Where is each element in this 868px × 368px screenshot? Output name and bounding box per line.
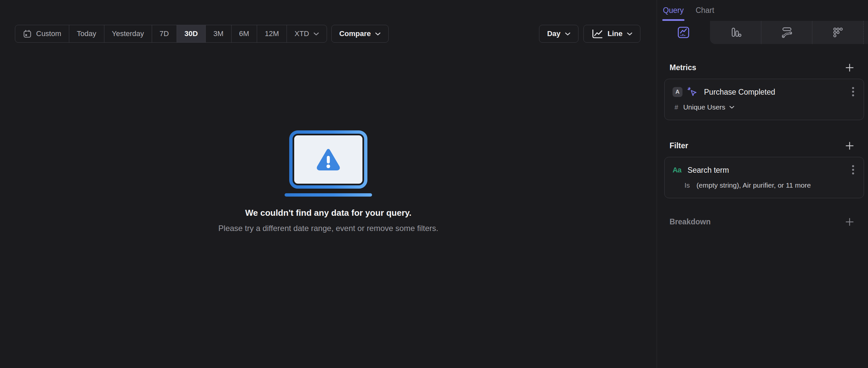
date-range-30d[interactable]: 30D <box>177 25 206 42</box>
chart-type-tab-metric[interactable] <box>812 21 863 44</box>
date-range-6m[interactable]: 6M <box>231 25 257 42</box>
cursor-click-icon <box>687 87 698 98</box>
chevron-down-icon <box>375 32 381 36</box>
date-range-today[interactable]: Today <box>69 25 104 42</box>
granularity-dropdown[interactable]: Day <box>539 25 578 43</box>
date-range-segmented-control: Custom Today Yesterday 7D 30D 3M 6M 12M … <box>15 25 327 43</box>
no-data-laptop-icon <box>285 130 372 198</box>
tab-chart[interactable]: Chart <box>696 0 714 21</box>
filter-heading: Filter <box>670 141 688 150</box>
display-controls: Day Line <box>539 25 641 43</box>
date-range-xtd[interactable]: XTD <box>286 25 327 42</box>
chevron-down-icon <box>313 32 319 36</box>
chart-type-tab-insights[interactable] <box>657 21 710 44</box>
filter-values[interactable]: (empty string), Air purifier, or 11 more <box>696 181 811 189</box>
metric-event-name[interactable]: Purchase Completed <box>704 88 775 97</box>
breakdown-heading: Breakdown <box>670 218 711 226</box>
no-data-empty-state: We couldn't find any data for your query… <box>0 130 657 233</box>
insights-line-chart-icon <box>677 26 690 39</box>
metric-aggregation-row: # Unique Users <box>673 103 855 111</box>
date-range-12m[interactable]: 12M <box>257 25 286 42</box>
chevron-down-icon <box>729 106 735 109</box>
filter-operator[interactable]: Is <box>684 181 690 189</box>
add-filter-button[interactable] <box>845 141 854 150</box>
chevron-down-icon <box>627 32 632 36</box>
empty-state-title: We couldn't find any data for your query… <box>245 208 411 218</box>
hash-icon: # <box>675 104 678 111</box>
empty-state-subtitle: Please try a different date range, event… <box>218 224 438 233</box>
chart-type-tab-group <box>710 21 868 44</box>
filter-kebab-menu-icon[interactable] <box>852 165 855 176</box>
date-range-custom[interactable]: Custom <box>15 25 69 42</box>
metric-card[interactable]: A Purchase Completed # Unique Users <box>664 79 864 120</box>
date-range-3m[interactable]: 3M <box>206 25 231 42</box>
metric-letter-badge: A <box>673 87 682 97</box>
sidebar-tabs: Query Chart <box>657 0 868 21</box>
bar-chart-icon <box>729 26 742 39</box>
metrics-section-header: Metrics <box>664 63 864 72</box>
chart-type-tab-bar[interactable] <box>710 21 761 44</box>
compare-button[interactable]: Compare <box>331 25 389 43</box>
chart-type-dropdown[interactable]: Line <box>583 25 641 43</box>
breakdown-section-header: Breakdown <box>664 217 864 227</box>
add-metric-button[interactable] <box>845 63 854 72</box>
calendar-icon <box>23 29 32 38</box>
metric-grid-icon <box>832 26 844 39</box>
chart-type-tab-strip <box>657 21 868 44</box>
chevron-down-icon <box>565 32 570 36</box>
metrics-heading: Metrics <box>670 63 696 72</box>
query-builder-sidebar: Query Chart <box>657 0 868 368</box>
segment-label: Custom <box>36 29 61 38</box>
metric-kebab-menu-icon[interactable] <box>852 87 855 98</box>
aggregation-dropdown[interactable]: Unique Users <box>683 103 735 111</box>
query-sections: Metrics A Purchase Completed <box>657 44 868 227</box>
tab-query[interactable]: Query <box>663 0 684 21</box>
main-chart-area: Custom Today Yesterday 7D 30D 3M 6M 12M … <box>0 0 657 368</box>
chart-type-tab-flow[interactable] <box>761 21 812 44</box>
line-chart-icon <box>591 29 603 39</box>
date-range-controls: Custom Today Yesterday 7D 30D 3M 6M 12M … <box>15 25 389 43</box>
filter-card-main-row: Aa Search term <box>673 165 855 176</box>
date-range-7d[interactable]: 7D <box>152 25 177 42</box>
chart-toolbar: Custom Today Yesterday 7D 30D 3M 6M 12M … <box>15 25 641 43</box>
string-property-type-icon: Aa <box>673 166 681 174</box>
add-breakdown-button[interactable] <box>845 218 854 226</box>
scrollbar[interactable] <box>863 21 868 44</box>
filter-section-header: Filter <box>664 141 864 150</box>
filter-card[interactable]: Aa Search term Is (empty string), Air pu… <box>664 157 864 198</box>
filter-property-name[interactable]: Search term <box>687 166 729 175</box>
date-range-yesterday[interactable]: Yesterday <box>104 25 152 42</box>
metric-card-main-row: A Purchase Completed <box>673 87 855 98</box>
flow-chart-icon <box>780 26 793 39</box>
filter-condition-row[interactable]: Is (empty string), Air purifier, or 11 m… <box>673 181 855 189</box>
